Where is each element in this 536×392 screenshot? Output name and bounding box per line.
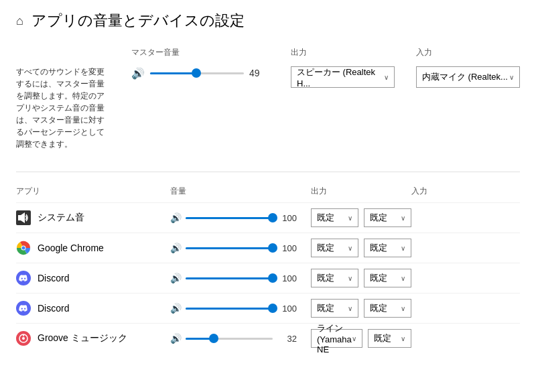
app-output-value: 既定 [317, 302, 334, 314]
app-speaker-icon: 🔊 [170, 243, 182, 253]
svg-point-5 [22, 247, 25, 250]
apps-section: アプリ 音量 出力 入力 システム音 🔊 [16, 183, 520, 353]
app-info: Groove ミュージック [16, 331, 170, 346]
system-sound-icon [16, 210, 31, 225]
master-volume-row: 🔊 49 [131, 66, 269, 80]
app-output-chevron-icon: ∨ [348, 214, 352, 222]
app-volume-slider[interactable] [186, 302, 273, 315]
app-slider-track [186, 308, 273, 310]
master-input-dropdown[interactable]: 内蔵マイク (Realtek... ∨ [416, 66, 520, 88]
master-input-value: 内蔵マイク (Realtek... [422, 71, 508, 83]
master-volume-slider[interactable] [150, 66, 244, 80]
app-input-dropdown[interactable]: 既定 ∨ [364, 239, 411, 257]
app-slider-thumb[interactable] [209, 334, 218, 343]
app-input-value: 既定 [370, 212, 387, 224]
app-volume-slider[interactable] [186, 332, 273, 345]
app-slider-fill [186, 308, 273, 310]
app-slider-thumb[interactable] [268, 273, 277, 283]
app-output-dropdown[interactable]: 既定 ∨ [311, 269, 358, 287]
app-input-chevron-icon: ∨ [401, 335, 405, 342]
col-header-volume: 音量 [170, 186, 311, 197]
app-slider-track [186, 338, 273, 340]
table-row: システム音 🔊 100 既定 ∨ 既定 ∨ [16, 202, 520, 233]
discord-icon [16, 301, 31, 316]
app-output-dropdown[interactable]: 既定 ∨ [311, 299, 358, 318]
svg-marker-1 [21, 212, 25, 223]
master-controls: マスター音量 🔊 49 出力 スピーカー (Realtek H... [131, 47, 520, 88]
master-volume-value: 49 [249, 68, 269, 78]
speaker-icon: 🔊 [131, 67, 145, 80]
master-volume-label: マスター音量 [131, 47, 269, 58]
master-slider-fill [150, 72, 196, 74]
app-input-chevron-icon: ∨ [401, 275, 405, 282]
svg-rect-0 [18, 215, 21, 220]
app-volume-value: 100 [277, 304, 297, 314]
app-input-dropdown[interactable]: 既定 ∨ [368, 329, 411, 348]
table-row: Groove ミュージック 🔊 32 ライン (Yamaha NE ∨ 既定 ∨ [16, 323, 520, 353]
master-output-chevron-icon: ∨ [384, 74, 389, 81]
app-volume: 🔊 100 [170, 271, 311, 285]
master-output-block: 出力 スピーカー (Realtek H... ∨ [291, 47, 395, 88]
app-info: Google Chrome [16, 241, 170, 255]
app-slider-thumb[interactable] [268, 304, 277, 313]
groove-icon [16, 331, 31, 346]
app-volume: 🔊 100 [170, 302, 311, 315]
app-slider-fill [186, 247, 273, 249]
app-info: Discord [16, 271, 170, 285]
app-name: Discord [38, 273, 69, 283]
app-volume-slider[interactable] [186, 241, 273, 255]
app-selects: 既定 ∨ 既定 ∨ [311, 269, 411, 287]
app-output-dropdown[interactable]: 既定 ∨ [311, 208, 358, 227]
app-slider-track [186, 247, 273, 249]
app-rows: システム音 🔊 100 既定 ∨ 既定 ∨ [16, 202, 520, 353]
app-output-chevron-icon: ∨ [348, 305, 352, 312]
table-row: Google Chrome 🔊 100 既定 ∨ 既定 ∨ [16, 233, 520, 263]
app-input-chevron-icon: ∨ [401, 245, 405, 252]
master-input-chevron-icon: ∨ [509, 74, 514, 81]
master-section: すべてのサウンドを変更するには、マスター音量を調整します。特定のアプリやシステム… [16, 47, 520, 150]
app-output-dropdown[interactable]: ライン (Yamaha NE ∨ [311, 329, 362, 348]
app-input-dropdown[interactable]: 既定 ∨ [364, 299, 411, 318]
discord-icon [16, 271, 31, 285]
app-output-value: 既定 [317, 212, 334, 224]
master-slider-thumb[interactable] [192, 68, 201, 78]
app-volume-slider[interactable] [186, 211, 273, 224]
app-output-dropdown[interactable]: 既定 ∨ [311, 239, 358, 257]
app-name: Groove ミュージック [38, 332, 127, 344]
app-output-chevron-icon: ∨ [352, 335, 356, 342]
app-selects: 既定 ∨ 既定 ∨ [311, 239, 411, 257]
app-input-dropdown[interactable]: 既定 ∨ [364, 269, 411, 287]
app-speaker-icon: 🔊 [170, 212, 182, 223]
app-input-value: 既定 [374, 332, 391, 344]
apps-table-header: アプリ 音量 出力 入力 [16, 183, 520, 202]
master-output-dropdown[interactable]: スピーカー (Realtek H... ∨ [291, 66, 395, 88]
table-row: Discord 🔊 100 既定 ∨ 既定 ∨ [16, 263, 520, 293]
col-header-app: アプリ [16, 186, 170, 197]
main-page: ⌂ アプリの音量とデバイスの設定 すべてのサウンドを変更するには、マスター音量を… [0, 0, 536, 364]
app-volume-value: 32 [277, 334, 297, 344]
app-slider-fill [186, 217, 273, 219]
master-slider-track [150, 72, 244, 74]
app-speaker-icon: 🔊 [170, 273, 182, 283]
app-output-chevron-icon: ∨ [348, 245, 352, 252]
app-input-value: 既定 [370, 302, 387, 314]
app-input-dropdown[interactable]: 既定 ∨ [364, 208, 411, 227]
divider [16, 172, 520, 172]
app-slider-track [186, 277, 273, 279]
app-volume-value: 100 [277, 213, 297, 223]
home-icon[interactable]: ⌂ [16, 14, 23, 28]
page-title: アプリの音量とデバイスの設定 [31, 11, 245, 31]
app-volume-slider[interactable] [186, 271, 273, 285]
page-header: ⌂ アプリの音量とデバイスの設定 [16, 11, 520, 31]
app-slider-thumb[interactable] [268, 213, 277, 222]
col-header-output: 出力 [311, 186, 411, 197]
app-slider-thumb[interactable] [268, 243, 277, 253]
app-volume: 🔊 32 [170, 332, 311, 345]
master-volume-block: マスター音量 🔊 49 [131, 47, 269, 80]
app-selects: 既定 ∨ 既定 ∨ [311, 299, 411, 318]
table-row: Discord 🔊 100 既定 ∨ 既定 ∨ [16, 293, 520, 323]
col-header-input: 入力 [411, 186, 505, 197]
app-slider-track [186, 217, 273, 219]
app-volume-value: 100 [277, 273, 297, 283]
app-selects: 既定 ∨ 既定 ∨ [311, 208, 411, 227]
